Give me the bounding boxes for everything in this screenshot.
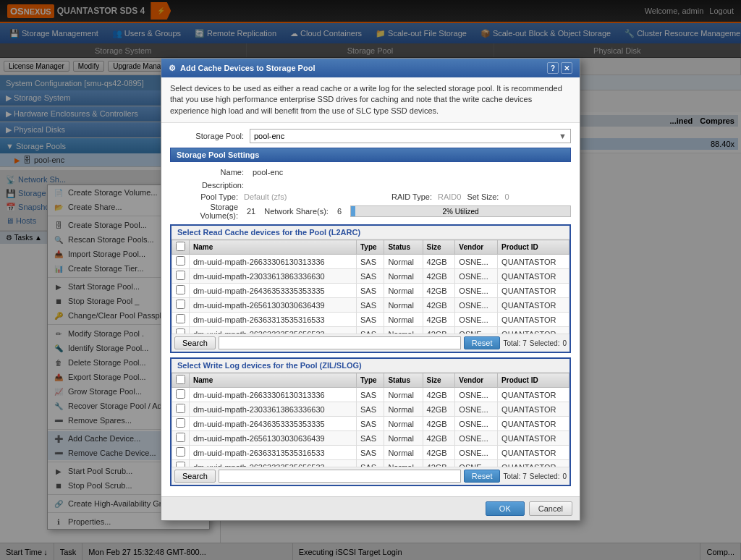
th-type-rc: Type bbox=[356, 240, 384, 255]
select-all-rc[interactable] bbox=[176, 242, 185, 251]
wl-row-cb-3[interactable] bbox=[176, 433, 185, 442]
wl-vendor-5: OSNE... bbox=[455, 460, 498, 467]
write-log-row[interactable]: dm-uuid-mpath-26363333535656533 SAS Norm… bbox=[172, 460, 569, 467]
wl-status-2: Normal bbox=[384, 417, 423, 431]
modal-description: Select devices to be used as either a re… bbox=[161, 77, 580, 123]
wl-vendor-1: OSNE... bbox=[455, 402, 498, 417]
wl-row-cb-5[interactable] bbox=[176, 462, 185, 467]
rc-size-0: 42GB bbox=[423, 255, 455, 269]
wl-product-3: QUANTASTOR bbox=[498, 431, 569, 446]
storage-pool-row: Storage Pool: pool-enc ▼ bbox=[170, 129, 571, 143]
select-all-wl[interactable] bbox=[176, 375, 185, 384]
rc-name-3: dm-uuid-mpath-26561303030636439 bbox=[190, 298, 357, 313]
rc-vendor-2: OSNE... bbox=[455, 284, 498, 298]
wl-name-0: dm-uuid-mpath-26633306130313336 bbox=[190, 388, 357, 402]
rc-type-1: SAS bbox=[356, 269, 384, 284]
read-cache-title: Select Read Cache devices for the Pool (… bbox=[172, 226, 569, 239]
th-checkbox-wl bbox=[172, 373, 190, 388]
rc-size-4: 42GB bbox=[423, 313, 455, 327]
write-log-row[interactable]: dm-uuid-mpath-26561303030636439 SAS Norm… bbox=[172, 431, 569, 446]
wl-product-4: QUANTASTOR bbox=[498, 446, 569, 460]
modal-close-btn[interactable]: ✕ bbox=[561, 62, 572, 74]
read-cache-row[interactable]: dm-uuid-mpath-26561303030636439 SAS Norm… bbox=[172, 298, 569, 313]
storage-pool-dropdown[interactable]: pool-enc ▼ bbox=[250, 129, 571, 143]
rc-name-0: dm-uuid-mpath-26633306130313336 bbox=[190, 255, 357, 269]
rc-row-cb-5[interactable] bbox=[176, 328, 185, 334]
rc-size-2: 42GB bbox=[423, 284, 455, 298]
rc-status-4: Normal bbox=[384, 313, 423, 327]
wl-type-5: SAS bbox=[356, 460, 384, 467]
settings-area: Name: pool-enc Description: Pool Type: D… bbox=[170, 165, 571, 224]
rc-product-3: QUANTASTOR bbox=[498, 298, 569, 313]
wl-row-cb-0[interactable] bbox=[176, 389, 185, 399]
write-log-table-container: Name Type Status Size Vendor Product ID … bbox=[172, 373, 569, 467]
wl-type-0: SAS bbox=[356, 388, 384, 402]
write-log-row[interactable]: dm-uuid-mpath-26633306130313336 SAS Norm… bbox=[172, 388, 569, 402]
read-cache-row[interactable]: dm-uuid-mpath-23033613863336630 SAS Norm… bbox=[172, 269, 569, 284]
rc-status-2: Normal bbox=[384, 284, 423, 298]
storage-pool-label: Storage Pool: bbox=[170, 132, 250, 140]
wl-type-2: SAS bbox=[356, 417, 384, 431]
th-name-wl: Name bbox=[190, 373, 357, 388]
ok-button[interactable]: OK bbox=[486, 501, 525, 516]
set-size-value: 0 bbox=[504, 192, 509, 201]
write-log-reset-btn[interactable]: Reset bbox=[464, 470, 501, 483]
th-vendor-rc: Vendor bbox=[455, 240, 498, 255]
modal-footer: OK Cancel bbox=[161, 496, 580, 520]
rc-name-1: dm-uuid-mpath-23033613863336630 bbox=[190, 269, 357, 284]
modal-help-btn[interactable]: ? bbox=[547, 62, 559, 74]
rc-row-cb-1[interactable] bbox=[176, 271, 185, 280]
wl-size-3: 42GB bbox=[423, 431, 455, 446]
rc-status-1: Normal bbox=[384, 269, 423, 284]
write-log-search-input[interactable] bbox=[219, 470, 461, 483]
network-shares-value: 6 bbox=[337, 207, 342, 216]
write-log-search-btn[interactable]: Search bbox=[174, 470, 216, 483]
rc-row-cb-2[interactable] bbox=[176, 285, 185, 294]
wl-status-4: Normal bbox=[384, 446, 423, 460]
wl-row-cb-4[interactable] bbox=[176, 447, 185, 457]
wl-size-1: 42GB bbox=[423, 402, 455, 417]
wl-name-5: dm-uuid-mpath-26363333535656533 bbox=[190, 460, 357, 467]
modal-title-icons: ? ✕ bbox=[547, 62, 572, 74]
rc-type-4: SAS bbox=[356, 313, 384, 327]
th-name-rc: Name bbox=[190, 240, 357, 255]
rc-status-3: Normal bbox=[384, 298, 423, 313]
rc-type-2: SAS bbox=[356, 284, 384, 298]
read-cache-row[interactable]: dm-uuid-mpath-26633306130313336 SAS Norm… bbox=[172, 255, 569, 269]
settings-section-title: Storage Pool Settings bbox=[170, 148, 571, 162]
write-log-row[interactable]: dm-uuid-mpath-26436353335353335 SAS Norm… bbox=[172, 417, 569, 431]
read-cache-row[interactable]: dm-uuid-mpath-26363313535316533 SAS Norm… bbox=[172, 313, 569, 327]
rc-product-4: QUANTASTOR bbox=[498, 313, 569, 327]
wl-status-3: Normal bbox=[384, 431, 423, 446]
wl-row-cb-1[interactable] bbox=[176, 404, 185, 413]
wl-status-0: Normal bbox=[384, 388, 423, 402]
write-log-section: Select Write Log devices for the Pool (Z… bbox=[170, 357, 571, 486]
write-log-row[interactable]: dm-uuid-mpath-23033613863336630 SAS Norm… bbox=[172, 402, 569, 417]
wl-size-5: 42GB bbox=[423, 460, 455, 467]
storage-pool-value: pool-enc bbox=[254, 132, 284, 140]
rc-status-5: Normal bbox=[384, 327, 423, 334]
rc-row-cb-0[interactable] bbox=[176, 256, 185, 266]
name-row: Name: pool-enc bbox=[170, 166, 571, 178]
th-checkbox-rc bbox=[172, 240, 190, 255]
dropdown-arrow-icon: ▼ bbox=[559, 132, 567, 140]
rc-row-cb-3[interactable] bbox=[176, 300, 185, 309]
read-cache-tbody: dm-uuid-mpath-26633306130313336 SAS Norm… bbox=[172, 255, 569, 334]
wl-product-1: QUANTASTOR bbox=[498, 402, 569, 417]
read-cache-search-input[interactable] bbox=[219, 336, 461, 349]
wl-product-0: QUANTASTOR bbox=[498, 388, 569, 402]
rc-row-cb-4[interactable] bbox=[176, 314, 185, 323]
raid-type-label: RAID Type: bbox=[378, 192, 436, 201]
wl-row-cb-2[interactable] bbox=[176, 418, 185, 428]
write-log-row[interactable]: dm-uuid-mpath-26363313535316533 SAS Norm… bbox=[172, 446, 569, 460]
cancel-button[interactable]: Cancel bbox=[529, 501, 572, 516]
rc-vendor-1: OSNE... bbox=[455, 269, 498, 284]
read-cache-search-btn[interactable]: Search bbox=[174, 336, 216, 349]
read-cache-reset-btn[interactable]: Reset bbox=[464, 336, 501, 349]
read-cache-section: Select Read Cache devices for the Pool (… bbox=[170, 224, 571, 353]
read-cache-row[interactable]: dm-uuid-mpath-26436353335353335 SAS Norm… bbox=[172, 284, 569, 298]
rc-product-0: QUANTASTOR bbox=[498, 255, 569, 269]
read-cache-row[interactable]: dm-uuid-mpath-26363333535656533 SAS Norm… bbox=[172, 327, 569, 334]
wl-name-4: dm-uuid-mpath-26363313535316533 bbox=[190, 446, 357, 460]
rc-vendor-5: OSNE... bbox=[455, 327, 498, 334]
